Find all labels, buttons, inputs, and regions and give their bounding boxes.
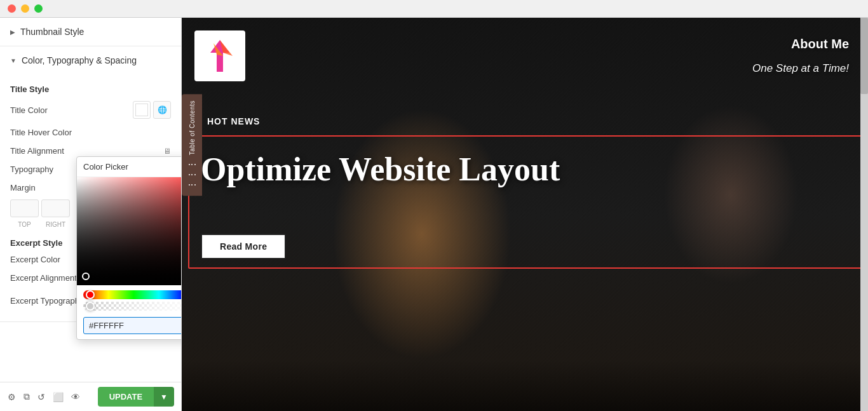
- sidebar: ▶ Thumbnail Style ▼ Color, Typography & …: [0, 18, 182, 411]
- thumbnail-style-section: ▶ Thumbnail Style: [0, 18, 181, 46]
- hex-row: [77, 314, 182, 339]
- content-area: ⋮⋮⋮ Table of Contents About Me: [182, 18, 868, 411]
- maximize-btn[interactable]: [34, 4, 43, 13]
- hue-thumb: [86, 290, 95, 299]
- history-icon[interactable]: ⬜: [53, 392, 64, 402]
- tagline: One Step at a Time!: [752, 62, 849, 75]
- read-more-button[interactable]: Read More: [201, 234, 286, 259]
- article-title: Optimize Website Layout: [201, 151, 849, 187]
- title-hover-color-row: Title Hover Color: [10, 123, 171, 142]
- eye-icon[interactable]: 👁: [71, 392, 80, 402]
- chevron-right-icon: ▶: [10, 29, 15, 36]
- preview-area: About Me One Step at a Time! HOT NEWS Op…: [182, 18, 868, 411]
- update-button-group: UPDATE ▼: [98, 387, 174, 407]
- mac-titlebar: [0, 0, 868, 18]
- margin-right-input[interactable]: [41, 199, 70, 217]
- alpha-track: [83, 302, 182, 311]
- chevron-down-icon: ▼: [10, 57, 17, 64]
- hot-news-badge: HOT NEWS: [194, 116, 260, 126]
- svg-marker-0: [210, 40, 229, 72]
- nav-title: About Me: [791, 37, 849, 51]
- title-alignment-label: Title Alignment: [10, 146, 163, 156]
- margin-top-label: TOP: [10, 221, 39, 228]
- color-picker-header: Color Picker ↺ + ≡ ✏: [77, 157, 182, 177]
- monitor-icon: 🖥: [163, 147, 171, 156]
- scrollbar[interactable]: [860, 18, 868, 411]
- toc-label: Table of Contents: [189, 100, 196, 155]
- color-picker-popup: Color Picker ↺ + ≡ ✏: [76, 156, 182, 340]
- update-button[interactable]: UPDATE: [98, 387, 154, 407]
- toc-dots-icon: ⋮⋮⋮: [187, 159, 197, 189]
- logo-svg: [201, 37, 239, 75]
- color-gradient-canvas[interactable]: [77, 177, 182, 285]
- color-typography-label: Color, Typography & Spacing: [22, 55, 137, 65]
- color-cursor: [82, 273, 90, 280]
- site-logo: [194, 30, 245, 81]
- toc-tab[interactable]: ⋮⋮⋮ Table of Contents: [182, 94, 202, 196]
- margin-right-label: RIGHT: [41, 221, 70, 228]
- title-color-swatch[interactable]: [133, 101, 151, 119]
- color-typography-header[interactable]: ▼ Color, Typography & Spacing: [0, 46, 181, 74]
- alpha-thumb: [86, 302, 95, 311]
- hex-input[interactable]: [83, 317, 182, 334]
- globe-icon-btn[interactable]: 🌐: [153, 101, 171, 119]
- alpha-slider[interactable]: [83, 302, 182, 311]
- margin-top-input[interactable]: [10, 199, 39, 217]
- title-color-preview: [135, 104, 148, 116]
- globe-icon: 🌐: [158, 105, 167, 114]
- undo-icon[interactable]: ↺: [37, 392, 45, 402]
- thumbnail-style-header[interactable]: ▶ Thumbnail Style: [0, 18, 181, 46]
- bottom-toolbar: ⚙ ⧉ ↺ ⬜ 👁 UPDATE ▼: [0, 382, 182, 411]
- title-color-label: Title Color: [10, 105, 133, 115]
- hue-slider[interactable]: [83, 290, 182, 299]
- title-color-controls: 🌐: [133, 101, 171, 119]
- thumbnail-style-label: Thumbnail Style: [20, 27, 84, 37]
- title-color-row: Title Color 🌐: [10, 97, 171, 123]
- color-picker-title: Color Picker: [83, 162, 182, 172]
- gradient-overlay: [77, 177, 182, 285]
- update-arrow-button[interactable]: ▼: [154, 387, 174, 407]
- layers-icon[interactable]: ⧉: [24, 391, 30, 402]
- close-btn[interactable]: [8, 4, 16, 13]
- settings-icon[interactable]: ⚙: [8, 392, 16, 402]
- minimize-btn[interactable]: [21, 4, 29, 13]
- title-alignment-controls: 🖥: [163, 147, 171, 156]
- app-body: ▶ Thumbnail Style ▼ Color, Typography & …: [0, 18, 868, 411]
- title-style-heading: Title Style: [10, 79, 171, 97]
- hot-news-label: HOT NEWS: [207, 116, 260, 126]
- title-hover-color-label: Title Hover Color: [10, 128, 171, 137]
- scrollbar-thumb[interactable]: [860, 18, 868, 94]
